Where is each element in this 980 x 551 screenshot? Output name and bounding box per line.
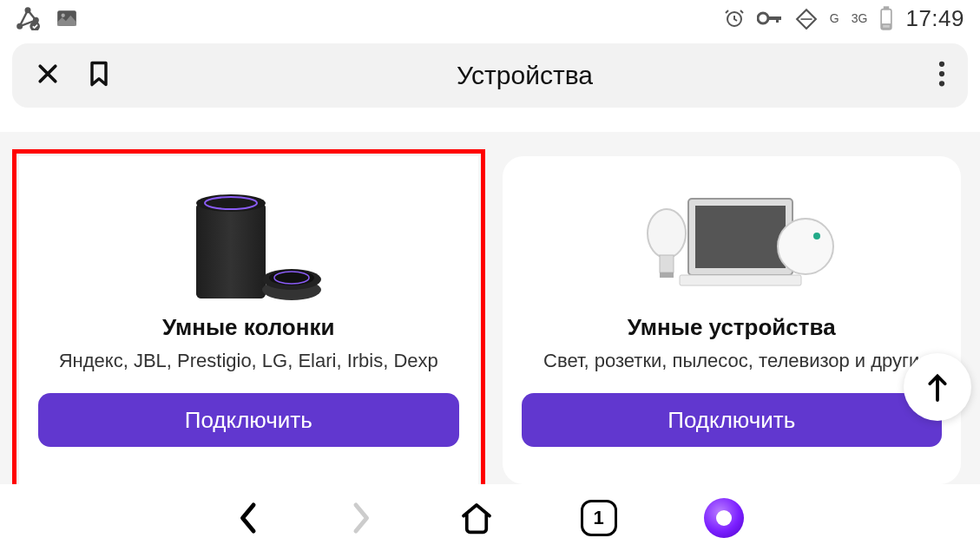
card-smart-speakers[interactable]: Умные колонки Яндекс, JBL, Prestigio, LG… xyxy=(19,156,478,484)
svg-point-27 xyxy=(648,209,686,258)
battery-icon xyxy=(879,6,893,30)
svg-point-7 xyxy=(758,13,768,23)
signal-g: G xyxy=(830,11,839,25)
nav-forward[interactable] xyxy=(348,501,372,535)
nav-home[interactable] xyxy=(459,501,494,535)
page-title: Устройства xyxy=(111,61,938,90)
svg-point-1 xyxy=(26,8,30,12)
content-area: Умные колонки Яндекс, JBL, Prestigio, LG… xyxy=(0,132,980,484)
gallery-icon xyxy=(56,7,78,30)
svg-rect-12 xyxy=(883,24,891,29)
close-icon[interactable] xyxy=(35,61,61,90)
alarm-icon xyxy=(724,8,745,29)
svg-point-15 xyxy=(939,81,944,86)
svg-rect-9 xyxy=(776,16,779,23)
status-bar: G 3G 17:49 xyxy=(0,0,980,36)
card-title: Умные колонки xyxy=(162,314,334,341)
bookmark-icon[interactable] xyxy=(87,60,111,91)
card-subtitle: Свет, розетки, пылесос, телевизор и друг… xyxy=(543,350,919,372)
nav-alice[interactable] xyxy=(704,498,744,538)
speaker-image xyxy=(161,177,335,307)
svg-rect-26 xyxy=(680,275,801,285)
nav-tabs[interactable]: 1 xyxy=(581,500,617,536)
vpn-key-icon xyxy=(757,10,783,27)
svg-point-14 xyxy=(939,71,944,76)
alice-icon xyxy=(704,498,744,538)
svg-point-5 xyxy=(62,14,65,17)
svg-point-30 xyxy=(778,219,833,274)
svg-rect-29 xyxy=(660,272,674,278)
svg-rect-25 xyxy=(695,206,786,268)
connect-button[interactable]: Подключить xyxy=(522,393,943,447)
scroll-top-button[interactable] xyxy=(904,353,971,421)
card-title: Умные устройства xyxy=(628,314,836,341)
nav-back[interactable] xyxy=(237,501,261,535)
card-smart-devices[interactable]: Умные устройства Свет, розетки, пылесос,… xyxy=(503,156,962,484)
connect-button[interactable]: Подключить xyxy=(38,393,459,447)
svg-rect-17 xyxy=(196,203,266,298)
share-icon xyxy=(16,6,40,30)
svg-point-0 xyxy=(17,24,22,29)
wifi-icon xyxy=(795,7,818,30)
svg-rect-11 xyxy=(885,7,889,9)
app-header: Устройства xyxy=(12,43,968,108)
svg-point-31 xyxy=(813,233,820,239)
svg-point-13 xyxy=(939,62,944,67)
signal-3g: 3G xyxy=(852,11,868,25)
svg-rect-8 xyxy=(767,16,781,20)
devices-image xyxy=(628,177,836,307)
more-icon[interactable] xyxy=(938,61,945,90)
clock: 17:49 xyxy=(905,5,964,32)
svg-rect-28 xyxy=(660,255,674,272)
tab-count: 1 xyxy=(581,500,617,536)
bottom-nav: 1 xyxy=(0,484,980,551)
card-subtitle: Яндекс, JBL, Prestigio, LG, Elari, Irbis… xyxy=(59,350,438,372)
